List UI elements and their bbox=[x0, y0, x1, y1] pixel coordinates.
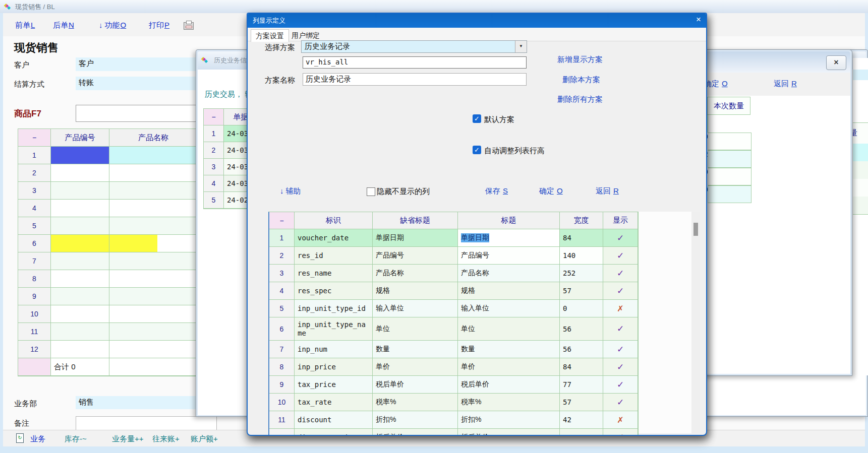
column-row: 10 tax_rate 税率% 税率% 57 ✓ bbox=[269, 394, 638, 411]
table-row: 9 bbox=[18, 288, 198, 305]
show-flag[interactable]: ✓ bbox=[603, 282, 638, 300]
show-flag[interactable]: ✗ bbox=[603, 429, 638, 436]
table-scrollbar[interactable] bbox=[691, 212, 700, 433]
window-frame-bottom bbox=[0, 446, 868, 453]
status-link-business[interactable]: 业务 bbox=[30, 434, 45, 444]
show-flag[interactable]: ✓ bbox=[603, 394, 638, 411]
col-header-title[interactable]: 标题 bbox=[458, 212, 560, 229]
status-link-stock[interactable]: 库存-~ bbox=[65, 434, 87, 444]
quantity-row bbox=[705, 115, 751, 133]
show-flag[interactable]: ✓ bbox=[603, 358, 638, 376]
settlement-field[interactable]: 转账 bbox=[76, 77, 197, 90]
column-row: 8 inp_price 单价 单价 84 ✓ bbox=[269, 358, 638, 376]
auxiliary-button[interactable]: ↓辅助 bbox=[280, 186, 301, 196]
close-icon[interactable]: × bbox=[696, 15, 701, 25]
show-flag[interactable]: ✗ bbox=[603, 411, 638, 429]
selected-text: 单据日期 bbox=[461, 233, 489, 242]
table-row: 2 bbox=[18, 164, 198, 182]
column-row: 2 res_id 产品编号 产品编号 140 ✓ bbox=[269, 247, 638, 265]
menu-prev-order[interactable]: 前单L bbox=[15, 21, 35, 30]
menu-print[interactable]: 打印P bbox=[149, 21, 169, 30]
refresh-doc-icon[interactable]: ↻ bbox=[16, 433, 24, 443]
quantity-row: 0 bbox=[705, 168, 751, 185]
scheme-name-label: 方案名称 bbox=[265, 76, 295, 85]
down-arrow-icon: ↓ bbox=[99, 21, 103, 29]
product-input[interactable] bbox=[76, 105, 197, 122]
chevron-down-icon[interactable]: ▼ bbox=[515, 41, 527, 52]
tab-user-binding[interactable]: 用户绑定 bbox=[287, 29, 324, 41]
close-icon[interactable]: × bbox=[826, 55, 846, 70]
dialog-titlebar: 列显示定义 × bbox=[248, 14, 706, 28]
settlement-label: 结算方式 bbox=[14, 80, 44, 89]
memo-label: 备注 bbox=[14, 419, 29, 428]
app-pin-icon: ◆◆◆ bbox=[4, 2, 14, 11]
menu-functions[interactable]: ↓功能O bbox=[99, 21, 126, 30]
scheme-name-input[interactable]: 历史业务记录 bbox=[303, 73, 527, 86]
customer-label: 客户 bbox=[14, 60, 29, 70]
quantity-window-body: 本次数量 0 2 0 0 bbox=[703, 96, 850, 374]
printer-icon[interactable] bbox=[184, 22, 194, 30]
dialog-title: 列显示定义 bbox=[253, 16, 285, 25]
quantity-back-button[interactable]: 返回R bbox=[774, 79, 797, 89]
quantity-ok-button[interactable]: 确定O bbox=[704, 79, 728, 89]
column-row: 4 res_spec 规格 规格 57 ✓ bbox=[269, 282, 638, 300]
tab-scheme-settings[interactable]: 方案设置 bbox=[251, 29, 289, 42]
show-flag[interactable]: ✓ bbox=[603, 229, 638, 247]
default-scheme-label: 默认方案 bbox=[484, 115, 514, 124]
edge-cell bbox=[853, 161, 868, 179]
col-header-width[interactable]: 宽度 bbox=[560, 212, 603, 229]
quantity-cell[interactable] bbox=[708, 133, 751, 150]
page-title: 现货销售 bbox=[14, 40, 59, 55]
column-definition-table: − 标识 缺省标题 标题 宽度 显示 1 voucher_date 单据日期 单… bbox=[268, 212, 639, 436]
table-row: 8 bbox=[18, 270, 198, 288]
department-field[interactable]: 销售 bbox=[76, 396, 197, 409]
memo-field[interactable] bbox=[76, 416, 217, 430]
quantity-cell[interactable] bbox=[708, 168, 751, 185]
auto-row-height-checkbox[interactable]: ✓ bbox=[473, 146, 481, 154]
show-flag[interactable]: ✓ bbox=[603, 376, 638, 394]
col-header-this-quantity[interactable]: 本次数量 bbox=[707, 97, 750, 115]
status-link-accounts[interactable]: 往来账+ bbox=[152, 434, 180, 444]
column-row: 11 discount 折扣% 折扣% 42 ✗ bbox=[269, 411, 638, 429]
product-f7-label: 商品F7 bbox=[14, 108, 41, 119]
return-button[interactable]: 返回R bbox=[596, 186, 619, 196]
default-scheme-checkbox[interactable]: ✓ bbox=[473, 114, 481, 123]
scheme-select[interactable]: 历史业务记录 ▼ bbox=[301, 40, 527, 53]
hide-columns-label: 隐藏不显示的列 bbox=[377, 187, 430, 197]
total-value: 合计 0 bbox=[51, 358, 109, 376]
col-header-show[interactable]: 显示 bbox=[603, 212, 638, 229]
edge-field-fragment bbox=[853, 70, 868, 80]
title-cell-editing[interactable]: 单据日期 bbox=[458, 229, 560, 247]
edge-cell bbox=[853, 179, 868, 197]
customer-field[interactable]: 客户 bbox=[76, 57, 197, 71]
save-button[interactable]: 保存S bbox=[485, 186, 508, 196]
base-window-titlebar: ◆◆◆ 现货销售 / BL bbox=[0, 0, 868, 14]
dialog-tabbar: 方案设置 用户绑定 bbox=[248, 28, 706, 41]
quantity-cell[interactable] bbox=[708, 150, 751, 168]
selected-cell[interactable] bbox=[51, 147, 109, 164]
quantity-cell[interactable] bbox=[708, 185, 751, 203]
status-link-balance[interactable]: 账户额+ bbox=[191, 434, 218, 444]
col-header-default-title[interactable]: 缺省标题 bbox=[373, 212, 458, 229]
confirm-button[interactable]: 确定O bbox=[539, 186, 563, 196]
delete-scheme-link[interactable]: 删除本方案 bbox=[562, 75, 600, 85]
show-flag[interactable]: ✓ bbox=[603, 265, 638, 282]
menu-next-order[interactable]: 后单N bbox=[53, 21, 74, 30]
add-scheme-link[interactable]: 新增显示方案 bbox=[557, 55, 603, 64]
col-header-product-id[interactable]: 产品编号 bbox=[51, 129, 109, 147]
col-header-identifier[interactable]: 标识 bbox=[295, 212, 373, 229]
hide-columns-checkbox[interactable] bbox=[367, 187, 375, 196]
status-link-volume[interactable]: 业务量++ bbox=[112, 434, 144, 444]
show-flag[interactable]: ✓ bbox=[603, 341, 638, 358]
table-row: 4 bbox=[18, 200, 198, 217]
delete-all-schemes-link[interactable]: 删除所有方案 bbox=[557, 95, 603, 104]
show-flag[interactable]: ✓ bbox=[603, 317, 638, 341]
background-table-edge-strip: 量 bbox=[853, 58, 868, 375]
show-flag[interactable]: ✗ bbox=[603, 300, 638, 317]
scheme-id-input[interactable]: vr_his_all bbox=[303, 56, 527, 69]
grid-corner-cell[interactable]: − bbox=[18, 129, 51, 147]
scrollbar-thumb[interactable] bbox=[693, 223, 698, 236]
quantity-row: 2 bbox=[705, 150, 751, 168]
show-flag[interactable]: ✓ bbox=[603, 247, 638, 265]
col-header-product-name[interactable]: 产品名称 bbox=[109, 129, 198, 147]
